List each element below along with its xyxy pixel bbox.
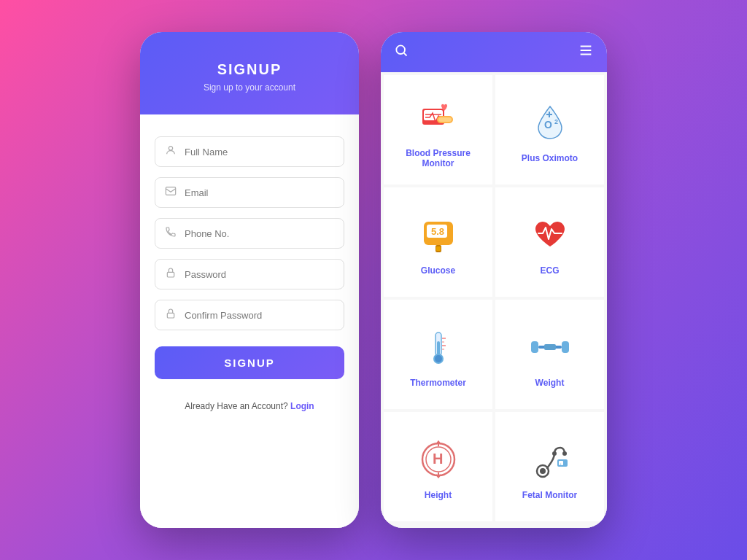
weight-label: Weight [535,378,565,388]
phone-field-row [155,218,344,249]
svg-rect-30 [531,341,538,353]
svg-text:5.8: 5.8 [431,226,444,237]
glucose-icon: 5.8 [415,211,462,258]
email-icon [164,185,177,200]
plus-oximoto-item[interactable]: O 2 Plus Oximoto [495,75,604,184]
svg-rect-2 [167,272,174,277]
items-grid: Blood Pressure Monitor O 2 P [384,75,604,521]
confirm-password-input[interactable] [185,310,335,321]
menu-icon[interactable] [578,42,594,62]
svg-point-4 [396,45,405,54]
blood-pressure-label: Blood Pressure Monitor [391,148,485,168]
phone-icon [164,226,177,241]
email-field-row [155,177,344,208]
fullname-field-row [155,136,344,167]
confirm-password-field-row [155,300,344,330]
password-input[interactable] [185,269,335,280]
glucose-label: Glucose [421,265,455,276]
svg-rect-32 [562,341,569,353]
plus-oximoto-label: Plus Oximoto [522,153,578,163]
thermometer-label: Thermometer [410,378,466,388]
plus-oximoto-icon: O 2 [527,99,573,146]
confirm-lock-icon [164,308,177,322]
thermometer-icon [415,324,462,370]
svg-rect-21 [436,246,441,251]
blood-pressure-icon [415,94,462,141]
fetal-monitor-item[interactable]: + Fetal Monitor [495,412,604,521]
ecg-label: ECG [540,265,559,276]
svg-point-0 [169,147,172,150]
signup-body: SIGNUP Already Have an Account? Login [140,114,359,528]
signup-header: SIGNUP Sign up to your account [140,32,359,114]
svg-text:+: + [560,462,562,466]
height-item[interactable]: H Height [384,412,492,521]
dashboard-phone: Blood Pressure Monitor O 2 P [381,32,607,528]
glucose-item[interactable]: 5.8 Glucose [384,187,492,297]
svg-rect-12 [438,117,452,122]
phone-input[interactable] [185,228,335,239]
login-link[interactable]: Login [290,401,314,411]
svg-text:H: H [433,451,443,467]
person-icon [164,144,177,159]
blood-pressure-item[interactable]: Blood Pressure Monitor [384,75,492,184]
fullname-input[interactable] [185,147,335,158]
ecg-icon [527,211,573,258]
svg-rect-3 [167,313,174,318]
svg-point-41 [562,451,567,456]
ecg-item[interactable]: ECG [495,187,604,297]
svg-point-40 [540,468,546,474]
email-input[interactable] [185,187,335,198]
signup-phone: SIGNUP Sign up to your account [140,32,359,528]
dashboard-grid: Blood Pressure Monitor O 2 P [381,72,607,528]
svg-text:2: 2 [554,118,558,125]
lock-icon [164,267,177,281]
height-label: Height [425,490,452,500]
dashboard-header [381,32,607,72]
fetal-monitor-label: Fetal Monitor [522,490,577,500]
search-icon[interactable] [394,43,409,61]
svg-point-25 [435,355,442,362]
password-field-row [155,259,344,289]
fetal-monitor-icon: + [527,436,573,483]
weight-item[interactable]: Weight [495,300,604,409]
svg-rect-1 [166,187,175,195]
weight-icon [527,324,573,370]
svg-point-42 [552,451,557,456]
signup-button[interactable]: SIGNUP [155,346,344,379]
svg-rect-33 [544,344,556,350]
already-account-text: Already Have an Account? Login [155,401,344,411]
signup-title: SIGNUP [155,61,344,78]
height-icon: H [415,436,462,483]
svg-text:O: O [544,119,552,131]
thermometer-item[interactable]: Thermometer [384,300,492,409]
signup-subtitle: Sign up to your account [155,82,344,93]
